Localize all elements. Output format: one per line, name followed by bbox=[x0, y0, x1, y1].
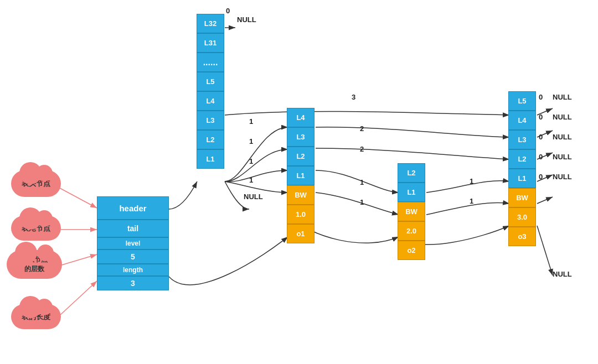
node1-L2: L2 bbox=[287, 147, 315, 166]
node1-L1: L1 bbox=[287, 166, 315, 185]
node1-BW: BW bbox=[287, 185, 315, 205]
label-1-n2L1: 1 bbox=[360, 198, 364, 206]
null-node3-L5: NULL bbox=[553, 93, 572, 101]
col1-L31: L31 bbox=[197, 33, 224, 53]
label-1-L4: 1 bbox=[249, 117, 253, 126]
label-1-L1: 1 bbox=[249, 176, 253, 184]
svg-line-8 bbox=[60, 188, 97, 208]
label-2-L3: 2 bbox=[360, 145, 364, 153]
null-bottom: NULL bbox=[553, 270, 572, 278]
header-cell-level-value: 5 bbox=[97, 249, 169, 264]
header-cell-length-value: 3 bbox=[97, 276, 169, 290]
node3-L1: L1 bbox=[508, 169, 536, 188]
label-1-n3L2: 1 bbox=[470, 177, 473, 185]
node2-obj: o2 bbox=[398, 241, 425, 260]
label-2-L4: 2 bbox=[360, 124, 364, 133]
header-cell-length-label: length bbox=[97, 264, 169, 276]
col1-L3: L3 bbox=[197, 111, 224, 130]
node3-score: 3.0 bbox=[508, 207, 536, 227]
null-node3-L2: NULL bbox=[553, 153, 572, 161]
null-node3-L4: NULL bbox=[553, 113, 572, 121]
null-node3-L1: NULL bbox=[553, 173, 572, 181]
node3-obj: o3 bbox=[508, 227, 536, 246]
node1-L4: L4 bbox=[287, 108, 315, 127]
node2-L1: L1 bbox=[398, 183, 425, 202]
label-3: 3 bbox=[352, 93, 355, 101]
null-top: NULL bbox=[237, 15, 256, 24]
svg-line-6 bbox=[537, 197, 553, 204]
node3-L2: L2 bbox=[508, 149, 536, 169]
label-0-n3L5: 0 bbox=[539, 93, 543, 101]
header-cell-header: header bbox=[97, 196, 169, 220]
node1-L3: L3 bbox=[287, 127, 315, 147]
label-0-n3L2: 0 bbox=[539, 153, 543, 161]
cloud-length: 表的长度 bbox=[11, 304, 61, 329]
label-1-L2: 1 bbox=[249, 157, 253, 165]
col1-L5: L5 bbox=[197, 72, 224, 91]
diagram: 表头节点 表尾节点 最大节点的层数 表的长度 header tail level… bbox=[0, 0, 598, 364]
svg-line-7 bbox=[537, 226, 553, 275]
label-1-n3L1: 1 bbox=[470, 197, 473, 205]
label-1-n2L2: 1 bbox=[360, 178, 364, 186]
node3-L3: L3 bbox=[508, 130, 536, 149]
node1-obj: o1 bbox=[287, 224, 315, 243]
cloud-tail: 表尾节点 bbox=[11, 216, 61, 241]
node3-L5: L5 bbox=[508, 91, 536, 111]
svg-line-11 bbox=[60, 281, 97, 315]
node1-score: 1.0 bbox=[287, 205, 315, 224]
node2-L2: L2 bbox=[398, 163, 425, 183]
col1-dots: ...... bbox=[197, 53, 224, 72]
node3-BW: BW bbox=[508, 188, 536, 207]
col1-L1: L1 bbox=[197, 149, 224, 169]
label-0-n3L3: 0 bbox=[539, 133, 543, 141]
label-0-top: 0 bbox=[226, 7, 230, 15]
label-1-L3: 1 bbox=[249, 137, 253, 145]
node2-BW: BW bbox=[398, 202, 425, 221]
cloud-level: 最大节点的层数 bbox=[7, 250, 62, 279]
label-0-n3L1: 0 bbox=[539, 173, 543, 181]
col1-L2: L2 bbox=[197, 130, 224, 149]
label-0-n3L4: 0 bbox=[539, 113, 543, 121]
col1-L4: L4 bbox=[197, 91, 224, 111]
header-cell-level-label: level bbox=[97, 237, 169, 249]
null-col1: NULL bbox=[244, 193, 263, 201]
col1-L32: L32 bbox=[197, 14, 224, 33]
node2-score: 2.0 bbox=[398, 221, 425, 241]
svg-line-10 bbox=[60, 254, 97, 266]
null-node3-L3: NULL bbox=[553, 133, 572, 141]
cloud-head: 表头节点 bbox=[11, 170, 61, 197]
header-cell-tail: tail bbox=[97, 220, 169, 237]
node3-L4: L4 bbox=[508, 111, 536, 130]
